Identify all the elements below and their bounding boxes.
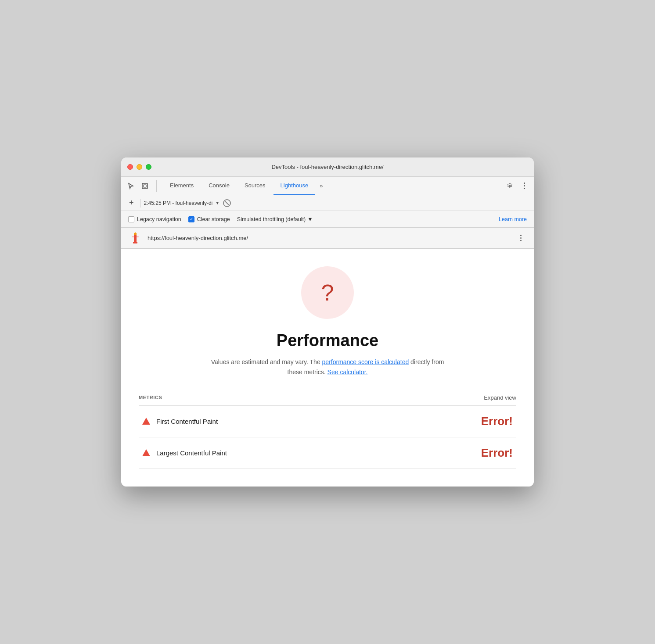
- table-row: First Contentful Paint Error!: [139, 406, 516, 437]
- kebab-menu-icon[interactable]: [518, 180, 530, 192]
- svg-rect-4: [133, 242, 137, 243]
- toolbar: + 2:45:25 PM - foul-heavenly-di ▼: [121, 195, 534, 211]
- metrics-section: METRICS Expand view First Contentful Pai…: [139, 394, 516, 469]
- tab-sources[interactable]: Sources: [238, 177, 273, 195]
- url-dropdown-arrow[interactable]: ▼: [215, 200, 220, 205]
- lh-url: https://foul-heavenly-direction.glitch.m…: [148, 235, 509, 241]
- score-question-mark: ?: [321, 281, 334, 304]
- cursor-icon[interactable]: [125, 180, 137, 192]
- description-text-1: Values are estimated and may vary. The: [211, 358, 322, 365]
- lighthouse-icon: [128, 231, 142, 245]
- minimize-button[interactable]: [137, 164, 142, 170]
- legacy-nav-checkbox[interactable]: [128, 216, 134, 222]
- metrics-header: METRICS Expand view: [139, 394, 516, 406]
- clear-storage-checkbox[interactable]: ✓: [188, 216, 194, 222]
- throttling-arrow: ▼: [307, 216, 313, 222]
- close-button[interactable]: [127, 164, 133, 170]
- perf-score-link[interactable]: performance score is calculated: [322, 358, 409, 365]
- warning-triangle-icon: [142, 418, 150, 425]
- tab-bar-actions: [504, 180, 530, 192]
- learn-more-link[interactable]: Learn more: [499, 216, 527, 222]
- title-bar: DevTools - foul-heavenly-direction.glitc…: [121, 157, 534, 177]
- tab-bar: Elements Console Sources Lighthouse »: [121, 177, 534, 195]
- performance-description: Values are estimated and may vary. The p…: [209, 357, 446, 377]
- tab-lighthouse[interactable]: Lighthouse: [274, 177, 316, 195]
- block-icon[interactable]: [223, 199, 231, 207]
- performance-title: Performance: [277, 331, 378, 350]
- metrics-label: METRICS: [139, 395, 162, 400]
- clear-storage-label: Clear storage: [197, 216, 230, 222]
- svg-rect-6: [132, 236, 139, 237]
- tab-more-button[interactable]: »: [316, 177, 326, 195]
- url-timestamp: 2:45:25 PM - foul-heavenly-di: [144, 200, 213, 206]
- table-row: Largest Contentful Paint Error!: [139, 437, 516, 469]
- clear-storage-checkbox-item[interactable]: ✓ Clear storage: [188, 216, 230, 222]
- lh-menu-button[interactable]: [515, 232, 527, 244]
- add-button[interactable]: +: [126, 197, 137, 208]
- legacy-nav-checkbox-item[interactable]: Legacy navigation: [128, 216, 181, 222]
- window-title: DevTools - foul-heavenly-direction.glitc…: [271, 164, 383, 170]
- lh-header: https://foul-heavenly-direction.glitch.m…: [121, 228, 534, 249]
- devtools-window: DevTools - foul-heavenly-direction.glitc…: [121, 157, 534, 487]
- dots-icon: [524, 182, 525, 189]
- svg-rect-0: [142, 183, 148, 189]
- legacy-nav-label: Legacy navigation: [137, 216, 181, 222]
- devtools-icon-group: [125, 180, 157, 192]
- options-bar: Legacy navigation ✓ Clear storage Simula…: [121, 211, 534, 228]
- tab-elements[interactable]: Elements: [163, 177, 201, 195]
- svg-rect-1: [144, 185, 146, 187]
- expand-view-button[interactable]: Expand view: [484, 394, 516, 401]
- warning-triangle-icon: [142, 449, 150, 456]
- lh-dots-icon: [520, 235, 522, 241]
- main-content: ? Performance Values are estimated and m…: [121, 249, 534, 487]
- metric-name-fcp: First Contentful Paint: [156, 418, 481, 425]
- score-circle: ?: [301, 266, 354, 319]
- metric-value-fcp: Error!: [481, 415, 513, 428]
- traffic-lights: [127, 164, 151, 170]
- tab-console[interactable]: Console: [202, 177, 237, 195]
- calculator-link[interactable]: See calculator.: [328, 369, 368, 376]
- throttling-select[interactable]: Simulated throttling (default) ▼: [237, 216, 313, 222]
- metric-value-lcp: Error!: [481, 446, 513, 460]
- toolbar-divider: [140, 199, 140, 208]
- throttling-label: Simulated throttling (default): [237, 216, 306, 222]
- url-section: 2:45:25 PM - foul-heavenly-di ▼: [144, 200, 220, 206]
- metric-name-lcp: Largest Contentful Paint: [156, 449, 481, 457]
- maximize-button[interactable]: [146, 164, 151, 170]
- settings-icon[interactable]: [504, 180, 516, 192]
- layers-icon[interactable]: [139, 180, 151, 192]
